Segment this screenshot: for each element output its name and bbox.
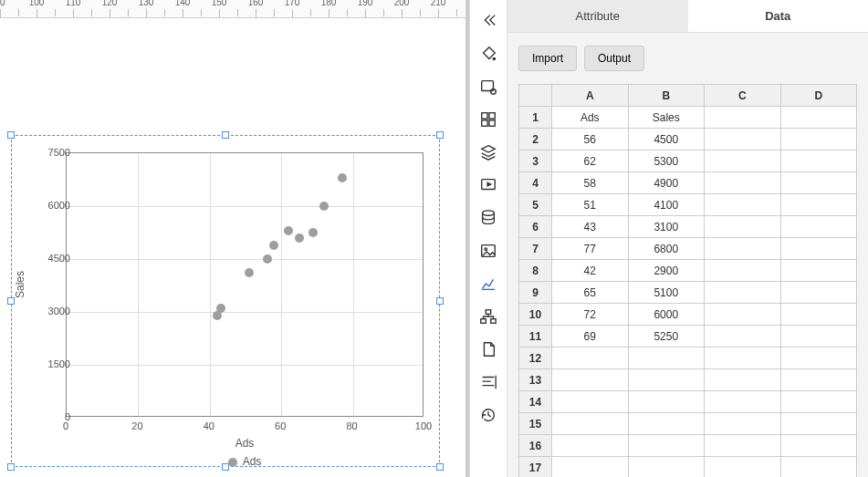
row-header[interactable]: 4 bbox=[519, 172, 552, 194]
cell[interactable] bbox=[780, 435, 857, 457]
cell[interactable] bbox=[780, 194, 857, 216]
row-header[interactable]: 9 bbox=[519, 282, 552, 304]
cell[interactable] bbox=[780, 150, 857, 172]
cell[interactable]: 69 bbox=[552, 326, 629, 347]
cell[interactable] bbox=[780, 391, 857, 413]
row-header[interactable]: 5 bbox=[519, 194, 552, 216]
cell[interactable]: 2900 bbox=[628, 260, 705, 282]
resize-handle[interactable] bbox=[436, 297, 444, 305]
history-icon[interactable] bbox=[473, 399, 504, 430]
cell[interactable] bbox=[552, 347, 629, 369]
cell[interactable]: 5300 bbox=[628, 150, 705, 172]
cell[interactable] bbox=[552, 435, 629, 457]
cell[interactable]: 6800 bbox=[628, 238, 705, 260]
cell[interactable] bbox=[705, 172, 781, 194]
cell[interactable]: 6000 bbox=[628, 304, 705, 326]
cell[interactable] bbox=[780, 369, 857, 391]
cell[interactable] bbox=[780, 216, 857, 238]
cell[interactable] bbox=[705, 238, 781, 260]
cell[interactable] bbox=[628, 369, 705, 391]
layers-icon[interactable] bbox=[473, 137, 504, 168]
resize-handle[interactable] bbox=[7, 463, 15, 471]
import-button[interactable]: Import bbox=[518, 46, 577, 71]
resize-handle[interactable] bbox=[7, 131, 15, 139]
cell[interactable] bbox=[780, 238, 857, 260]
data-sheet[interactable]: ABCD 1AdsSales25645003625300458490055141… bbox=[518, 84, 857, 477]
cell[interactable] bbox=[705, 326, 781, 347]
resize-handle[interactable] bbox=[436, 131, 444, 139]
cell[interactable] bbox=[705, 260, 781, 282]
cell[interactable] bbox=[628, 413, 705, 435]
cell[interactable]: 58 bbox=[552, 172, 629, 194]
row-header[interactable]: 11 bbox=[519, 326, 552, 347]
picture-icon[interactable] bbox=[473, 235, 504, 266]
cell[interactable] bbox=[780, 304, 857, 326]
cell[interactable] bbox=[705, 391, 781, 413]
row-header[interactable]: 8 bbox=[519, 260, 552, 282]
cell[interactable]: 51 bbox=[552, 194, 629, 216]
cell[interactable] bbox=[705, 347, 781, 369]
cell[interactable] bbox=[628, 457, 705, 478]
resize-handle[interactable] bbox=[222, 131, 229, 139]
row-header[interactable]: 15 bbox=[519, 413, 552, 435]
database-icon[interactable] bbox=[473, 202, 504, 233]
cell[interactable]: 5250 bbox=[628, 326, 705, 347]
cell[interactable] bbox=[780, 282, 857, 304]
cell[interactable] bbox=[705, 194, 781, 216]
align-icon[interactable] bbox=[473, 367, 504, 398]
resize-handle[interactable] bbox=[436, 463, 444, 471]
cell[interactable] bbox=[552, 369, 629, 391]
cell[interactable] bbox=[705, 282, 781, 304]
col-header[interactable]: A bbox=[552, 85, 629, 107]
cell[interactable]: 3100 bbox=[628, 216, 705, 238]
cell[interactable] bbox=[780, 347, 857, 369]
row-header[interactable]: 13 bbox=[519, 369, 552, 391]
cell[interactable]: 4500 bbox=[628, 129, 705, 150]
cell[interactable] bbox=[552, 457, 629, 478]
cell[interactable] bbox=[780, 260, 857, 282]
output-button[interactable]: Output bbox=[584, 46, 644, 71]
row-header[interactable]: 16 bbox=[519, 435, 552, 457]
cell[interactable] bbox=[705, 435, 781, 457]
sitemap-icon[interactable] bbox=[473, 301, 504, 332]
col-header[interactable]: D bbox=[780, 85, 857, 107]
tab-attribute[interactable]: Attribute bbox=[507, 0, 688, 32]
cell[interactable] bbox=[705, 216, 781, 238]
cell[interactable] bbox=[552, 413, 629, 435]
cell[interactable] bbox=[780, 457, 857, 478]
row-header[interactable]: 3 bbox=[519, 150, 552, 172]
cell[interactable] bbox=[705, 413, 781, 435]
row-header[interactable]: 7 bbox=[519, 238, 552, 260]
layout-grid-icon[interactable] bbox=[473, 104, 504, 135]
row-header[interactable]: 10 bbox=[519, 304, 552, 326]
cell[interactable] bbox=[780, 129, 857, 150]
cell[interactable] bbox=[628, 391, 705, 413]
cell[interactable]: 4100 bbox=[628, 194, 705, 216]
cell[interactable] bbox=[705, 369, 781, 391]
cell[interactable] bbox=[780, 326, 857, 347]
cell[interactable]: 4900 bbox=[628, 172, 705, 194]
canvas-area[interactable]: 90100110120130140150160170180190200210 0… bbox=[0, 0, 465, 477]
row-header[interactable]: 6 bbox=[519, 216, 552, 238]
cell[interactable] bbox=[705, 150, 781, 172]
tab-data[interactable]: Data bbox=[688, 0, 869, 32]
col-header[interactable]: C bbox=[705, 85, 781, 107]
cell[interactable] bbox=[552, 391, 629, 413]
row-header[interactable]: 2 bbox=[519, 129, 552, 150]
cell[interactable]: 65 bbox=[552, 282, 629, 304]
cell[interactable] bbox=[628, 347, 705, 369]
chart-object[interactable]: Sales Ads Ads 02040608010001500300045006… bbox=[11, 135, 440, 467]
cell[interactable] bbox=[780, 107, 857, 129]
cell[interactable] bbox=[705, 457, 781, 478]
cell[interactable]: 56 bbox=[552, 129, 629, 150]
cell[interactable]: 77 bbox=[552, 238, 629, 260]
cell[interactable]: 43 bbox=[552, 216, 629, 238]
cell[interactable] bbox=[780, 413, 857, 435]
chart-icon[interactable] bbox=[473, 268, 504, 299]
page-icon[interactable] bbox=[473, 334, 504, 365]
cell[interactable]: 5100 bbox=[628, 282, 705, 304]
cell[interactable]: Sales bbox=[628, 107, 705, 129]
cell[interactable] bbox=[780, 172, 857, 194]
col-header[interactable]: B bbox=[628, 85, 705, 107]
cell[interactable] bbox=[705, 129, 781, 150]
